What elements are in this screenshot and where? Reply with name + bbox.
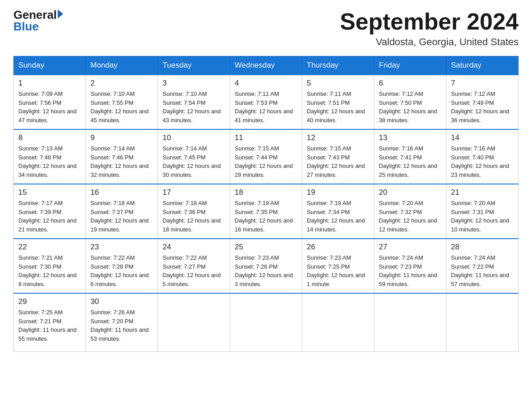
day-info: Sunrise: 7:18 AMSunset: 7:37 PMDaylight:… [90,199,153,234]
calendar-week-row: 22Sunrise: 7:21 AMSunset: 7:30 PMDayligh… [14,239,519,293]
day-of-week-header: Thursday [302,56,374,75]
day-number: 10 [163,133,225,142]
day-number: 14 [451,133,514,142]
calendar-day-cell [302,293,374,351]
logo-general-text: General [13,9,57,21]
calendar-day-cell: 29Sunrise: 7:25 AMSunset: 7:21 PMDayligh… [14,293,86,351]
day-of-week-header: Monday [86,56,158,75]
logo: General Blue [13,9,63,32]
day-info: Sunrise: 7:26 AMSunset: 7:20 PMDaylight:… [90,308,153,343]
day-number: 3 [163,79,225,88]
day-info: Sunrise: 7:16 AMSunset: 7:41 PMDaylight:… [379,144,442,179]
calendar-day-cell: 20Sunrise: 7:20 AMSunset: 7:32 PMDayligh… [374,184,446,239]
day-number: 24 [163,243,225,252]
day-number: 26 [307,243,369,252]
day-number: 2 [90,79,153,88]
day-number: 17 [163,188,225,197]
calendar-day-cell: 15Sunrise: 7:17 AMSunset: 7:39 PMDayligh… [14,184,86,239]
day-number: 4 [235,79,297,88]
day-info: Sunrise: 7:14 AMSunset: 7:45 PMDaylight:… [163,144,225,179]
day-number: 13 [379,133,442,142]
day-info: Sunrise: 7:13 AMSunset: 7:48 PMDaylight:… [18,144,81,179]
calendar-header-row: SundayMondayTuesdayWednesdayThursdayFrid… [14,56,519,75]
day-number: 25 [235,243,297,252]
calendar-day-cell: 8Sunrise: 7:13 AMSunset: 7:48 PMDaylight… [14,129,86,184]
day-info: Sunrise: 7:12 AMSunset: 7:49 PMDaylight:… [451,90,514,124]
calendar-day-cell [374,293,446,351]
day-number: 7 [451,79,514,88]
logo-blue-text: Blue [13,21,63,32]
day-number: 8 [18,133,81,142]
day-number: 18 [235,188,297,197]
day-info: Sunrise: 7:09 AMSunset: 7:56 PMDaylight:… [18,90,81,124]
day-number: 20 [379,188,442,197]
calendar-day-cell: 12Sunrise: 7:15 AMSunset: 7:43 PMDayligh… [302,129,374,184]
calendar-day-cell: 2Sunrise: 7:10 AMSunset: 7:55 PMDaylight… [86,75,158,129]
calendar-day-cell: 21Sunrise: 7:20 AMSunset: 7:31 PMDayligh… [446,184,519,239]
day-info: Sunrise: 7:24 AMSunset: 7:22 PMDaylight:… [451,253,514,288]
day-info: Sunrise: 7:22 AMSunset: 7:28 PMDaylight:… [90,253,153,288]
page-header: General Blue September 2024 Valdosta, Ge… [13,9,519,48]
calendar-day-cell: 26Sunrise: 7:23 AMSunset: 7:25 PMDayligh… [302,239,374,293]
day-info: Sunrise: 7:15 AMSunset: 7:44 PMDaylight:… [235,144,297,179]
day-info: Sunrise: 7:22 AMSunset: 7:27 PMDaylight:… [163,253,225,288]
calendar-day-cell: 30Sunrise: 7:26 AMSunset: 7:20 PMDayligh… [86,293,158,351]
day-info: Sunrise: 7:21 AMSunset: 7:30 PMDaylight:… [18,253,81,288]
calendar-day-cell: 6Sunrise: 7:12 AMSunset: 7:50 PMDaylight… [374,75,446,129]
day-info: Sunrise: 7:23 AMSunset: 7:25 PMDaylight:… [307,253,369,288]
day-number: 11 [235,133,297,142]
day-number: 30 [90,297,153,306]
day-number: 9 [90,133,153,142]
calendar-day-cell [230,293,302,351]
day-info: Sunrise: 7:19 AMSunset: 7:35 PMDaylight:… [235,199,297,234]
day-info: Sunrise: 7:20 AMSunset: 7:32 PMDaylight:… [379,199,442,234]
logo-arrow-icon [58,9,63,18]
calendar-day-cell: 13Sunrise: 7:16 AMSunset: 7:41 PMDayligh… [374,129,446,184]
day-of-week-header: Tuesday [158,56,230,75]
calendar-day-cell: 24Sunrise: 7:22 AMSunset: 7:27 PMDayligh… [158,239,230,293]
day-info: Sunrise: 7:11 AMSunset: 7:53 PMDaylight:… [235,90,297,124]
calendar-day-cell: 11Sunrise: 7:15 AMSunset: 7:44 PMDayligh… [230,129,302,184]
day-info: Sunrise: 7:16 AMSunset: 7:40 PMDaylight:… [451,144,514,179]
day-info: Sunrise: 7:19 AMSunset: 7:34 PMDaylight:… [307,199,369,234]
day-info: Sunrise: 7:25 AMSunset: 7:21 PMDaylight:… [18,308,81,343]
calendar-day-cell: 23Sunrise: 7:22 AMSunset: 7:28 PMDayligh… [86,239,158,293]
day-info: Sunrise: 7:24 AMSunset: 7:23 PMDaylight:… [379,253,442,288]
calendar-day-cell: 22Sunrise: 7:21 AMSunset: 7:30 PMDayligh… [14,239,86,293]
day-number: 5 [307,79,369,88]
calendar-table: SundayMondayTuesdayWednesdayThursdayFrid… [13,56,519,352]
day-number: 29 [18,297,81,306]
day-number: 15 [18,188,81,197]
calendar-day-cell: 27Sunrise: 7:24 AMSunset: 7:23 PMDayligh… [374,239,446,293]
calendar-day-cell: 17Sunrise: 7:18 AMSunset: 7:36 PMDayligh… [158,184,230,239]
day-number: 16 [90,188,153,197]
calendar-day-cell: 3Sunrise: 7:10 AMSunset: 7:54 PMDaylight… [158,75,230,129]
calendar-subtitle: Valdosta, Georgia, United States [340,36,519,48]
day-number: 22 [18,243,81,252]
calendar-week-row: 29Sunrise: 7:25 AMSunset: 7:21 PMDayligh… [14,293,519,351]
calendar-title: September 2024 [340,9,519,34]
calendar-day-cell: 25Sunrise: 7:23 AMSunset: 7:26 PMDayligh… [230,239,302,293]
calendar-day-cell: 19Sunrise: 7:19 AMSunset: 7:34 PMDayligh… [302,184,374,239]
calendar-week-row: 1Sunrise: 7:09 AMSunset: 7:56 PMDaylight… [14,75,519,129]
day-of-week-header: Friday [374,56,446,75]
day-info: Sunrise: 7:10 AMSunset: 7:55 PMDaylight:… [90,90,153,124]
day-number: 6 [379,79,442,88]
calendar-day-cell: 4Sunrise: 7:11 AMSunset: 7:53 PMDaylight… [230,75,302,129]
title-block: September 2024 Valdosta, Georgia, United… [340,9,519,48]
day-info: Sunrise: 7:15 AMSunset: 7:43 PMDaylight:… [307,144,369,179]
calendar-week-row: 15Sunrise: 7:17 AMSunset: 7:39 PMDayligh… [14,184,519,239]
calendar-day-cell: 28Sunrise: 7:24 AMSunset: 7:22 PMDayligh… [446,239,519,293]
calendar-day-cell: 16Sunrise: 7:18 AMSunset: 7:37 PMDayligh… [86,184,158,239]
calendar-day-cell: 10Sunrise: 7:14 AMSunset: 7:45 PMDayligh… [158,129,230,184]
calendar-day-cell: 5Sunrise: 7:11 AMSunset: 7:51 PMDaylight… [302,75,374,129]
day-number: 19 [307,188,369,197]
calendar-day-cell: 1Sunrise: 7:09 AMSunset: 7:56 PMDaylight… [14,75,86,129]
day-number: 27 [379,243,442,252]
calendar-day-cell [446,293,519,351]
day-info: Sunrise: 7:18 AMSunset: 7:36 PMDaylight:… [163,199,225,234]
day-info: Sunrise: 7:23 AMSunset: 7:26 PMDaylight:… [235,253,297,288]
day-info: Sunrise: 7:11 AMSunset: 7:51 PMDaylight:… [307,90,369,124]
calendar-day-cell: 7Sunrise: 7:12 AMSunset: 7:49 PMDaylight… [446,75,519,129]
day-info: Sunrise: 7:20 AMSunset: 7:31 PMDaylight:… [451,199,514,234]
